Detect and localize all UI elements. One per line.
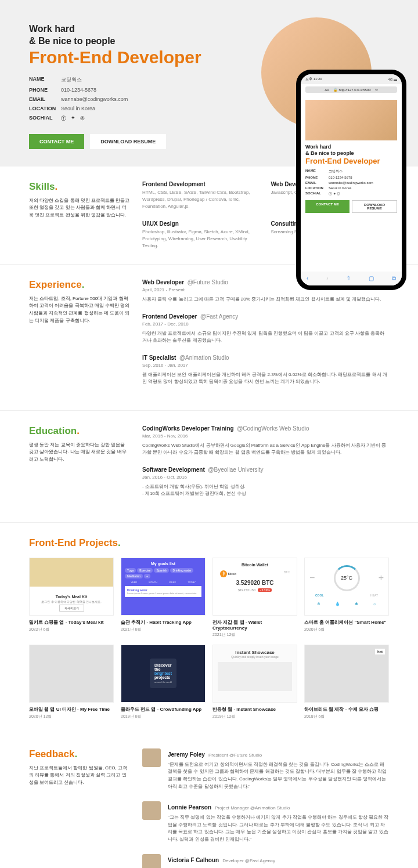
edu-role: Software Development @Byeollae Universit…	[142, 466, 389, 473]
phone-label: PHONE	[29, 87, 61, 93]
edu-company: @Byeollae University	[208, 466, 263, 473]
feedback-name: Victoria F Calhoun	[168, 857, 219, 863]
project-name: 전자 지갑 웹 앱 - Wallet Cryptocurrency	[212, 619, 297, 631]
feedback-text: "문제를 도전으로 여기고 창의적이면서도 적절한 해결책을 찾는 것을 즐깁니…	[168, 761, 389, 791]
social-label: SOCHIAL	[29, 115, 61, 122]
phone-contact-button: CONTACT ME	[305, 200, 349, 213]
exp-company: @Future Studio	[188, 279, 228, 285]
name-value: 코딩웍스	[61, 76, 82, 84]
project-name: 클라우드 펀드 앱 - Crowdfunding App	[121, 706, 206, 713]
skills-desc: 저의 다양한 스킬을 통해 멋진 프로젝트를 만들고 또한 열정을 갖고 있는 …	[29, 197, 131, 219]
skill-desc: HTML, CSS, LESS, SASS, Tailwind CSS, Boo…	[142, 189, 261, 210]
facebook-icon[interactable]: ⓕ	[61, 115, 66, 122]
twitter-icon[interactable]: ✦	[71, 115, 75, 122]
phone-resume-button: DOWNLOAD RESUME	[352, 200, 397, 213]
project-date: 2019년 12월	[212, 714, 297, 719]
phone-line2: & Be nice to people	[305, 150, 397, 157]
edu-date: Mar, 2015 - Nov, 2016	[142, 433, 389, 439]
education-desc: 평생 동안 저는 교육이 중요하다는 강한 믿음을 갖고 살아왔습니다. 나는 …	[29, 442, 131, 464]
skills-title: Skills.	[29, 181, 131, 193]
project-card[interactable]: hat하이브리드 웹 제작 - 수제 모자 쇼핑2018년 6월	[304, 645, 389, 719]
feedback-title: Feedback.	[29, 748, 131, 760]
avatar	[142, 854, 161, 868]
project-date: 2019년 6월	[121, 714, 206, 719]
resume-button[interactable]: DOWNLOAD RESUME	[90, 134, 166, 149]
lock-icon: 🔒	[333, 88, 337, 92]
feedback-name: Lonnie Pearson	[168, 804, 211, 811]
edu-desc: - 소프트웨어 개발 학사(우등). 뛰어난 학업 성취상. - 제10회 소프…	[142, 483, 389, 497]
project-card[interactable]: Instant ShowcaseQuickly and simply inser…	[212, 645, 297, 719]
project-date: 2020년 12월	[29, 714, 114, 719]
nav-book-icon: ▢	[369, 275, 374, 282]
project-date: 2020년 6월	[304, 627, 389, 632]
project-date: 2021년 6월	[121, 627, 206, 632]
project-name: 반응형 웹 - Instant Showcase	[212, 706, 297, 713]
education-title: Education.	[29, 425, 131, 437]
exp-desc: 다양한 개발 프로젝트에서 소규모 팀이지만 추진력 있게 팀웍을 진행했으며 …	[142, 330, 389, 344]
project-date: 2021년 12월	[212, 632, 297, 638]
location-value: Seoul in Korea	[61, 106, 95, 111]
project-card[interactable]: My goals listYogaExerciseSpanishDrinking…	[121, 558, 206, 638]
location-label: LOCATION	[29, 106, 61, 111]
nav-forward-icon: ›	[326, 275, 328, 282]
feedback-role: Project Manager @Animation Studio	[215, 805, 290, 811]
project-card[interactable]: Discoverthebrightestprojectsaround the w…	[121, 645, 206, 719]
experience-desc: 저는 스타트업, 조직, Fortune 500대 기업과 협력하여 고객이 어…	[29, 295, 131, 325]
phone-mockup: 오후 11:204G ▬ AA 🔒http://127.0.0.1:5500 ↻…	[296, 70, 406, 290]
email-label: EMAIL	[29, 96, 61, 102]
phone-signal: 4G ▬	[388, 78, 397, 81]
nav-back-icon: ‹	[307, 275, 308, 282]
project-name: 습관 추적기 - Habit Tracking App	[121, 619, 206, 625]
projects-title: Front-End Projects.	[29, 537, 389, 549]
phone-url-text: http://127.0.0.1:5500	[338, 88, 370, 92]
contact-button[interactable]: CONTACT ME	[29, 134, 84, 149]
phone-aa: AA	[325, 88, 329, 92]
nav-tabs-icon: ⧉	[392, 275, 396, 282]
feedback-role: Developer @Fast Agency	[222, 858, 275, 863]
exp-company: @Animation Studio	[179, 355, 229, 361]
avatar	[142, 801, 161, 820]
name-label: NAME	[29, 76, 61, 84]
feedback-desc: 지난 프로젝트들에서 함께한 팀원들, CEO, 고객의 리뷰를 통해서 저의 …	[29, 765, 131, 787]
edu-role: CodingWorks Developer Training @CodingWo…	[142, 425, 389, 432]
feedback-role: President @Future Studio	[208, 753, 262, 758]
exp-date: Feb, 2017 - Dec, 2018	[142, 321, 389, 327]
skill-title: Frontend Development	[142, 181, 261, 187]
exp-desc: 웹 애플리케이션 보안 애플리케이션을 개선하여 해커 공격을 2.3%에서 0…	[142, 371, 389, 385]
phone-line1: Work hard	[305, 144, 397, 150]
project-card[interactable]: Bitcoin Wallet₿ BitcoinBTC3.529020 BTC$1…	[212, 558, 297, 638]
instagram-icon[interactable]: ◎	[80, 115, 85, 122]
project-name: 스마트 홈 어플리케이션 "Smart Home"	[304, 619, 389, 625]
project-card[interactable]: Today's Meal Kit로그인 후 이용하여 다양한 혜택을 만나보세요…	[29, 558, 114, 638]
phone-time: 오후 11:20	[305, 77, 322, 82]
edu-date: Jan, 2016 - Oct, 2016	[142, 475, 389, 480]
phone-hero-photo	[305, 100, 397, 140]
avatar	[142, 748, 161, 767]
project-name: 모바일 웹 앱 UI 디자인 - My Free Time	[29, 706, 114, 713]
email-value: wannabe@codingworks.com	[61, 96, 128, 102]
phone-value: 010-1234-5678	[61, 87, 96, 93]
phone-role: Front-End Developer	[305, 157, 397, 165]
refresh-icon: ↻	[375, 88, 378, 92]
exp-company: @Fast Agency	[200, 313, 238, 320]
edu-company: @CodingWorks Web Studio	[237, 425, 309, 432]
project-name: 밀키트 쇼핑몰 앱 - Today's Meal kit	[29, 619, 114, 625]
project-name: 하이브리드 웹 제작 - 수제 모자 쇼핑	[304, 706, 389, 713]
nav-share-icon: ⇧	[346, 275, 351, 282]
feedback-text: "그는 직무 설명에 없는 작업을 수행하거나 예기치 않게 추가 작업을 수행…	[168, 814, 389, 844]
edu-desc: CodingWorks Web Studio에서 공부하면서 Google의 P…	[142, 442, 389, 456]
exp-role: IT Specialist @Animation Studio	[142, 355, 389, 361]
exp-role: Frontend Developer @Fast Agency	[142, 313, 389, 320]
skill-desc: Photoshop, Illustrator, Figma, Sketch, A…	[142, 229, 261, 249]
exp-desc: 사용자 클릭 수를 늘리고 그에 따른 고객 구매율 20% 증가시키는 최적화…	[142, 296, 389, 303]
skill-title: UI\UX Design	[142, 220, 261, 227]
project-card[interactable]: 모바일 웹 앱 UI 디자인 - My Free Time2020년 12월	[29, 645, 114, 719]
project-date: 2022년 6월	[29, 627, 114, 632]
exp-date: Sep, 2016 - Jan, 2017	[142, 363, 389, 368]
experience-title: Experience.	[29, 279, 131, 291]
project-date: 2018년 6월	[304, 714, 389, 719]
project-card[interactable]: −25°C+COOLHEAT❄💧✱☼스마트 홈 어플리케이션 "Smart Ho…	[304, 558, 389, 638]
feedback-name: Jeremy Foley	[168, 751, 205, 758]
